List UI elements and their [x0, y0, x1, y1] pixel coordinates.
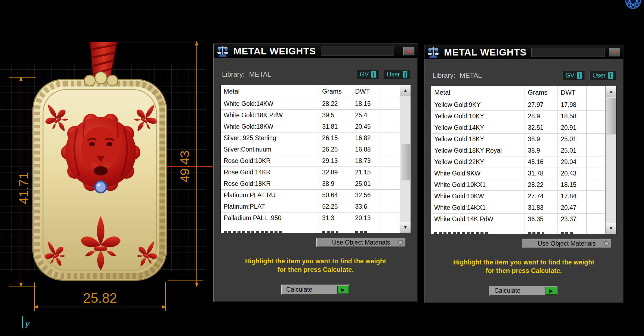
table-scrollbar[interactable]: ▲ ▼: [400, 85, 411, 233]
table-row[interactable]: White Gold:9KW 31.78 20.43: [431, 168, 605, 179]
table-row[interactable]: Yellow Gold:18KY 38.9 25.01: [431, 134, 605, 145]
calculate-arrow-icon: ▶: [546, 287, 557, 295]
user-toggle-button[interactable]: User: [590, 71, 616, 80]
scale-icon: [427, 46, 440, 58]
table-row[interactable]: Platinum:PLAT 52.25 33.6: [221, 201, 400, 212]
table-row[interactable]: White Gold:14KX1 31.83 20.47: [431, 202, 605, 214]
cell-dwt: 33.6: [352, 201, 381, 212]
table-row[interactable]: White Gold:18KW 31.81 20.45: [221, 121, 400, 132]
scroll-down-icon: ▼: [403, 225, 408, 230]
cell-dwt: 18.58: [558, 111, 587, 122]
column-header-dwt[interactable]: DWT: [558, 86, 587, 99]
cell-metal: Platinum:PLAT RU: [221, 190, 319, 201]
cell-metal: Yellow Gold:22KY: [431, 156, 525, 168]
metal-weights-dialog-2: METAL WEIGHTS × Library: METAL GV User: [424, 45, 624, 303]
table-row[interactable]: Yellow Gold:14KY 32.51 20.91: [431, 122, 605, 134]
column-header-spare: [381, 85, 400, 98]
cell-dwt: 20.43: [558, 168, 587, 179]
table-row[interactable]: Yellow Gold:22KY 45.16 29.04: [431, 156, 605, 168]
dialog-titlebar[interactable]: METAL WEIGHTS ×: [424, 45, 623, 59]
cell-spare: [381, 190, 400, 201]
cell-metal: Yellow Gold:18KY Royal: [431, 145, 525, 156]
column-header-metal[interactable]: Metal: [221, 85, 319, 98]
close-button[interactable]: ×: [403, 47, 415, 56]
table-row[interactable]: Rose Gold:10KR 29.13 18.73: [221, 155, 400, 167]
cell-spare: [381, 98, 400, 109]
scroll-up-icon: ▲: [609, 89, 614, 94]
scale-icon: [217, 45, 229, 57]
cell-dwt: 20.13: [352, 212, 381, 224]
table-row[interactable]: White Gold:10KW 27.74 17.84: [431, 191, 605, 202]
scroll-up-icon: ▲: [403, 88, 408, 93]
use-object-materials-button[interactable]: Use Object Materials: [316, 238, 406, 247]
cell-spare: [587, 134, 605, 145]
user-toggle-button[interactable]: User: [384, 70, 410, 79]
gv-toggle-button[interactable]: GV: [357, 70, 379, 79]
scroll-up-button[interactable]: ▲: [606, 86, 616, 97]
use-object-materials-label: Use Object Materials: [332, 239, 390, 246]
cell-grams: 38.9: [525, 134, 558, 145]
cell-metal: Yellow Gold:14KY: [431, 122, 525, 133]
user-toggle-label: User: [387, 71, 400, 78]
table-row[interactable]: Rose Gold:14KR 32.89 21.15: [221, 167, 400, 178]
cell-dwt: 25.01: [558, 134, 587, 145]
table-row[interactable]: Yellow Gold:18KY Royal 38.9 25.01: [431, 145, 605, 156]
cell-dwt: 20.45: [352, 121, 381, 132]
cell-spare: [587, 168, 605, 179]
cell-metal: White Gold:14K PdW: [431, 214, 525, 225]
table-header: Metal Grams DWT: [221, 85, 400, 98]
cell-grams: 27.97: [525, 99, 558, 110]
column-header-dwt[interactable]: DWT: [352, 85, 381, 98]
scroll-down-button[interactable]: ▼: [400, 222, 411, 233]
scroll-thumb[interactable]: [400, 144, 410, 180]
cell-dwt: 25.01: [558, 145, 587, 156]
cell-metal: Silver:.925 Sterling: [221, 132, 319, 144]
table-row[interactable]: White Gold:18K PdW 39.5 25.4: [221, 110, 400, 121]
table-row[interactable]: Yellow Gold:10KY 28.9 18.58: [431, 111, 605, 122]
table-row[interactable]: Silver:Continuum 26.25 16.88: [221, 144, 400, 155]
table-row[interactable]: White Gold:14K PdW 36.35 23.37: [431, 214, 605, 225]
table-row[interactable]: Palladium:PALL .950 31.3 20.13: [221, 212, 400, 224]
cell-metal: Yellow Gold:9KY: [431, 99, 525, 110]
close-icon: ×: [613, 48, 617, 56]
titlebar-panel: [531, 48, 605, 57]
cell-grams: 31.3: [319, 212, 352, 224]
uom-indicator: [604, 241, 609, 246]
table-row-cutoff[interactable]: [221, 224, 400, 233]
gv-toggle-led: [371, 71, 376, 78]
cell-grams: 31.83: [525, 202, 558, 213]
table-row[interactable]: White Gold:10KX1 28.22 18.15: [431, 179, 605, 191]
library-value: METAL: [460, 72, 482, 79]
calculate-button[interactable]: Calculate ▶: [281, 285, 350, 295]
close-button[interactable]: ×: [609, 48, 620, 57]
cell-grams: 36.35: [525, 214, 558, 225]
table-row[interactable]: Platinum:PLAT RU 50.64 32.56: [221, 190, 400, 201]
cell-grams: 50.64: [319, 190, 352, 201]
dialog-title: METAL WEIGHTS: [444, 47, 526, 58]
scroll-up-button[interactable]: ▲: [400, 85, 411, 96]
cell-dwt: 16.88: [352, 144, 381, 155]
cell-grams: 39.5: [319, 110, 352, 121]
calculate-button[interactable]: Calculate ▶: [489, 286, 558, 296]
table-row[interactable]: Rose Gold:18KR 38.9 25.01: [221, 178, 400, 190]
table-row[interactable]: White Gold:14KW 28.22 18.15: [221, 98, 400, 110]
column-header-grams[interactable]: Grams: [525, 86, 558, 99]
globe-icon: [623, 0, 643, 14]
scroll-thumb[interactable]: [606, 98, 616, 134]
column-header-grams[interactable]: Grams: [319, 85, 352, 98]
table-scrollbar[interactable]: ▲ ▼: [605, 86, 616, 234]
cell-grams: 32.51: [525, 122, 558, 133]
column-header-metal[interactable]: Metal: [431, 86, 525, 99]
scroll-down-button[interactable]: ▼: [606, 223, 616, 234]
dimension-label-right: 49.43: [177, 150, 192, 183]
table-row[interactable]: Yellow Gold:9KY 27.97 17.98: [431, 99, 605, 111]
cell-dwt: 17.98: [558, 99, 587, 110]
instruction-text: Highlight the item you want to find the …: [214, 257, 417, 274]
gv-toggle-button[interactable]: GV: [563, 71, 585, 80]
use-object-materials-button[interactable]: Use Object Materials: [522, 239, 612, 248]
application-window: 41.71 49.43 25.82 y: [0, 0, 644, 336]
cell-dwt: 25.01: [352, 178, 381, 189]
table-row[interactable]: Silver:.925 Sterling 26.15 16.82: [221, 132, 400, 144]
table-row-cutoff[interactable]: [431, 225, 605, 234]
dialog-titlebar[interactable]: METAL WEIGHTS ×: [214, 44, 417, 58]
